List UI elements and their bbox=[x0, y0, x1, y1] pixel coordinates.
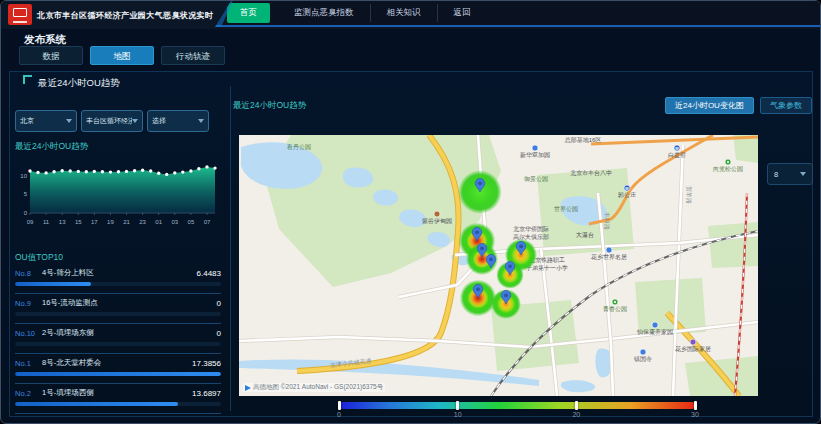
hour-select[interactable]: 8 bbox=[767, 163, 813, 185]
svg-text:23: 23 bbox=[139, 219, 146, 225]
nav-item-knowledge[interactable]: 相关知识 bbox=[370, 4, 437, 22]
svg-text:向党松公园: 向党松公园 bbox=[713, 166, 743, 173]
svg-text:镇国寺: 镇国寺 bbox=[633, 356, 652, 363]
svg-text:05: 05 bbox=[188, 219, 195, 225]
app-header: 北京市丰台区循环经济产业园大气恶臭状况实时 首页监测点恶臭指数相关知识返回 bbox=[1, 1, 820, 29]
svg-text:13: 13 bbox=[59, 219, 66, 225]
top-item-bar-track bbox=[15, 282, 221, 286]
map-label: 北京华侨国际 bbox=[513, 225, 549, 233]
colorbar-tick-label: 30 bbox=[691, 411, 699, 418]
top-item-bar-track bbox=[15, 342, 221, 346]
top-item-row: No.18号-北天堂村委会17.3856 bbox=[15, 358, 221, 368]
svg-text:09: 09 bbox=[27, 219, 34, 225]
ou-colorbar-ticks: 0102030 bbox=[339, 411, 695, 421]
colorbar-marker bbox=[456, 401, 459, 410]
map-label: 贺羊路 bbox=[685, 186, 692, 204]
svg-text:5: 5 bbox=[24, 191, 28, 197]
colorbar-marker bbox=[575, 401, 578, 410]
app-logo-icon bbox=[8, 4, 32, 25]
map-label: 大瀑台 bbox=[576, 231, 594, 239]
top-item-rank: No.2 bbox=[15, 389, 42, 398]
filter-selects: 北京丰台区循环经济产选择 bbox=[15, 110, 209, 132]
colorbar-tick-label: 10 bbox=[454, 411, 462, 418]
top-item-bar-fill bbox=[15, 372, 221, 376]
select-point-value: 选择 bbox=[152, 116, 198, 126]
map-canvas[interactable]: 看丹公园新华双加园御景公园总部基地16区北京市丰台八中世界公园紫谷伊甸园北京华侨… bbox=[239, 135, 758, 396]
top-item-rank: No.10 bbox=[15, 329, 42, 338]
map-section-title: 最近24小时OU趋势 bbox=[233, 100, 306, 112]
ou-top-title: OU值TOP10 bbox=[15, 252, 63, 264]
ou-top-list: No.84号-筛分上料区6.4483No.916号-流动监测点0No.102号-… bbox=[15, 264, 221, 414]
top-item: No.21号-填埋场西侧13.6897 bbox=[15, 384, 221, 414]
top-item-row: No.21号-填埋场西侧13.6897 bbox=[15, 388, 221, 398]
top-item: No.916号-流动监测点0 bbox=[15, 294, 221, 324]
select-city-value: 北京 bbox=[20, 116, 66, 126]
map-label: 总部基地16区 bbox=[564, 136, 602, 144]
top-item-name: 2号-填埋场东侧 bbox=[42, 328, 217, 338]
panel-corner-accent bbox=[23, 75, 32, 84]
svg-text:御景公园: 御景公园 bbox=[524, 176, 548, 183]
map-label: 御景公园 bbox=[524, 176, 548, 183]
top-item-bar-fill bbox=[15, 282, 91, 286]
tab-map[interactable]: 地图 bbox=[90, 46, 154, 65]
nav-item-back[interactable]: 返回 bbox=[437, 4, 487, 22]
top-item-bar-track bbox=[15, 402, 221, 406]
svg-text:看丹公园: 看丹公园 bbox=[286, 143, 311, 151]
top-item-name: 16号-流动监测点 bbox=[42, 298, 217, 308]
svg-text:大瀑台: 大瀑台 bbox=[576, 231, 594, 239]
select-city[interactable]: 北京 bbox=[15, 110, 77, 132]
top-item-value: 17.3856 bbox=[192, 359, 221, 368]
top-item-bar-fill bbox=[15, 402, 178, 406]
button-ou-change[interactable]: 近24小时OU变化图 bbox=[665, 97, 754, 114]
app-title: 北京市丰台区循环经济产业园大气恶臭状况实时 bbox=[37, 10, 213, 21]
nav-item-odor-index[interactable]: 监测点恶臭指数 bbox=[278, 4, 370, 22]
tab-data[interactable]: 数据 bbox=[19, 46, 83, 65]
select-park[interactable]: 丰台区循环经济产 bbox=[81, 110, 143, 132]
svg-text:10: 10 bbox=[20, 173, 27, 179]
top-item-bar-track bbox=[15, 372, 221, 376]
svg-text:花乡国际家居: 花乡国际家居 bbox=[675, 345, 711, 353]
svg-text:紫谷伊甸园: 紫谷伊甸园 bbox=[421, 217, 452, 225]
button-weather[interactable]: 气象参数 bbox=[760, 97, 812, 114]
svg-text:北京华侨国际: 北京华侨国际 bbox=[513, 225, 549, 233]
system-label: 发布系统 bbox=[24, 33, 66, 47]
top-item-row: No.84号-筛分上料区6.4483 bbox=[15, 268, 221, 278]
chevron-down-icon bbox=[198, 119, 204, 123]
svg-text:03: 03 bbox=[171, 219, 178, 225]
svg-text:15: 15 bbox=[75, 219, 82, 225]
svg-text:17: 17 bbox=[91, 219, 98, 225]
ou-colorbar bbox=[339, 402, 695, 409]
map-label: 看丹公园 bbox=[286, 143, 311, 151]
select-point[interactable]: 选择 bbox=[147, 110, 209, 132]
trend-chart: 0510091113151719212301030507 bbox=[14, 151, 220, 229]
map-label: 北京市丰台八中 bbox=[570, 169, 612, 177]
tab-track[interactable]: 行动轨迹 bbox=[161, 46, 225, 65]
svg-text:01: 01 bbox=[155, 219, 162, 225]
svg-text:贺羊路: 贺羊路 bbox=[685, 186, 692, 204]
top-item-value: 6.4483 bbox=[197, 269, 221, 278]
map-container[interactable]: 看丹公园新华双加园御景公园总部基地16区北京市丰台八中世界公园紫谷伊甸园北京华侨… bbox=[239, 135, 758, 396]
svg-text:07: 07 bbox=[204, 219, 211, 225]
top-item-row: No.916号-流动监测点0 bbox=[15, 298, 221, 308]
svg-text:21: 21 bbox=[123, 219, 130, 225]
svg-text:怡保康养家园: 怡保康养家园 bbox=[636, 328, 673, 336]
top-item-rank: No.9 bbox=[15, 299, 42, 308]
map-label: 世界公园 bbox=[554, 206, 578, 213]
top-item-value: 0 bbox=[217, 299, 221, 308]
sidebar: 北京丰台区循环经济产选择 最近24小时OU趋势 0510091113151719… bbox=[14, 94, 226, 412]
svg-text:花乡世界名居: 花乡世界名居 bbox=[591, 254, 627, 261]
svg-text:北京市丰台八中: 北京市丰台八中 bbox=[570, 169, 612, 177]
svg-text:白盆窑: 白盆窑 bbox=[668, 151, 686, 159]
top-item-value: 0 bbox=[217, 329, 221, 338]
colorbar-tick-label: 20 bbox=[572, 411, 580, 418]
svg-text:新华双加园: 新华双加园 bbox=[520, 151, 550, 159]
chevron-down-icon bbox=[800, 172, 806, 176]
top-item: No.84号-筛分上料区6.4483 bbox=[15, 264, 221, 294]
view-tabs: 数据地图行动轨迹 bbox=[19, 46, 225, 65]
map-attribution-text: 高德地图 ©2021 AutoNavi - GS(2021)6375号 bbox=[253, 383, 383, 392]
colorbar-marker bbox=[338, 401, 341, 410]
top-item: No.102号-填埋场东侧0 bbox=[15, 324, 221, 354]
hour-select-value: 8 bbox=[774, 170, 800, 179]
colorbar-marker bbox=[694, 401, 697, 410]
nav-item-home[interactable]: 首页 bbox=[227, 3, 270, 23]
